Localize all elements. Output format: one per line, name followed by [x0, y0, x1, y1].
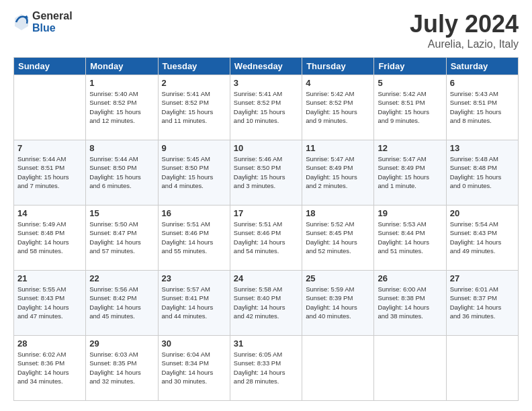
calendar-cell: 23Sunrise: 5:57 AM Sunset: 8:41 PM Dayli…	[158, 271, 230, 336]
day-number: 21	[17, 273, 82, 283]
day-number: 6	[450, 78, 515, 88]
weekday-header-friday: Friday	[374, 58, 446, 75]
day-number: 15	[89, 208, 154, 218]
calendar-cell: 14Sunrise: 5:49 AM Sunset: 8:48 PM Dayli…	[14, 205, 86, 271]
day-info: Sunrise: 5:59 AM Sunset: 8:39 PM Dayligh…	[306, 285, 370, 320]
calendar-cell	[446, 336, 518, 401]
day-info: Sunrise: 5:58 AM Sunset: 8:40 PM Dayligh…	[234, 285, 298, 320]
day-number: 30	[162, 338, 226, 349]
day-info: Sunrise: 5:40 AM Sunset: 8:52 PM Dayligh…	[89, 89, 154, 125]
calendar-cell: 7Sunrise: 5:44 AM Sunset: 8:51 PM Daylig…	[14, 140, 86, 205]
day-number: 4	[306, 78, 370, 88]
week-row-4: 21Sunrise: 5:55 AM Sunset: 8:43 PM Dayli…	[14, 271, 519, 336]
weekday-header-monday: Monday	[86, 58, 158, 75]
calendar-cell: 16Sunrise: 5:51 AM Sunset: 8:46 PM Dayli…	[158, 205, 230, 271]
calendar-cell: 27Sunrise: 6:01 AM Sunset: 8:37 PM Dayli…	[446, 271, 518, 336]
calendar-cell: 28Sunrise: 6:02 AM Sunset: 8:36 PM Dayli…	[14, 336, 86, 401]
calendar-cell: 17Sunrise: 5:51 AM Sunset: 8:46 PM Dayli…	[230, 205, 302, 271]
calendar-cell: 13Sunrise: 5:48 AM Sunset: 8:48 PM Dayli…	[446, 140, 518, 205]
day-info: Sunrise: 5:51 AM Sunset: 8:46 PM Dayligh…	[234, 220, 298, 255]
day-number: 1	[89, 78, 154, 88]
calendar-cell: 15Sunrise: 5:50 AM Sunset: 8:47 PM Dayli…	[86, 205, 158, 271]
calendar-cell: 8Sunrise: 5:44 AM Sunset: 8:50 PM Daylig…	[86, 140, 158, 205]
calendar-cell: 20Sunrise: 5:54 AM Sunset: 8:43 PM Dayli…	[446, 205, 518, 271]
day-info: Sunrise: 5:55 AM Sunset: 8:43 PM Dayligh…	[17, 285, 82, 320]
day-info: Sunrise: 5:41 AM Sunset: 8:52 PM Dayligh…	[162, 89, 226, 125]
day-info: Sunrise: 5:56 AM Sunset: 8:42 PM Dayligh…	[89, 285, 154, 320]
day-number: 23	[162, 273, 226, 283]
calendar-cell: 24Sunrise: 5:58 AM Sunset: 8:40 PM Dayli…	[230, 271, 302, 336]
day-info: Sunrise: 5:44 AM Sunset: 8:50 PM Dayligh…	[89, 154, 154, 190]
day-info: Sunrise: 5:51 AM Sunset: 8:46 PM Dayligh…	[162, 220, 226, 255]
calendar-cell: 4Sunrise: 5:42 AM Sunset: 8:52 PM Daylig…	[302, 75, 374, 140]
day-info: Sunrise: 5:48 AM Sunset: 8:48 PM Dayligh…	[450, 154, 515, 190]
day-number: 3	[234, 78, 298, 88]
logo-blue: Blue	[32, 22, 73, 34]
calendar-cell: 18Sunrise: 5:52 AM Sunset: 8:45 PM Dayli…	[302, 205, 374, 271]
day-info: Sunrise: 5:54 AM Sunset: 8:43 PM Dayligh…	[450, 220, 515, 255]
day-number: 2	[162, 78, 226, 88]
day-info: Sunrise: 5:41 AM Sunset: 8:52 PM Dayligh…	[234, 89, 298, 125]
page: General Blue July 2024 Aurelia, Lazio, I…	[0, 0, 532, 411]
week-row-1: 1Sunrise: 5:40 AM Sunset: 8:52 PM Daylig…	[14, 75, 519, 140]
day-number: 29	[89, 338, 154, 349]
calendar-cell: 26Sunrise: 6:00 AM Sunset: 8:38 PM Dayli…	[374, 271, 446, 336]
day-number: 31	[234, 338, 298, 349]
logo-general: General	[32, 10, 73, 22]
day-number: 18	[306, 208, 370, 218]
location-subtitle: Aurelia, Lazio, Italy	[410, 38, 519, 50]
weekday-header-wednesday: Wednesday	[230, 58, 302, 75]
calendar-cell	[374, 336, 446, 401]
day-info: Sunrise: 6:01 AM Sunset: 8:37 PM Dayligh…	[450, 285, 515, 320]
day-info: Sunrise: 6:03 AM Sunset: 8:35 PM Dayligh…	[89, 350, 154, 385]
day-info: Sunrise: 5:52 AM Sunset: 8:45 PM Dayligh…	[306, 220, 370, 255]
header: General Blue July 2024 Aurelia, Lazio, I…	[13, 10, 519, 50]
week-row-2: 7Sunrise: 5:44 AM Sunset: 8:51 PM Daylig…	[14, 140, 519, 205]
day-info: Sunrise: 5:47 AM Sunset: 8:49 PM Dayligh…	[306, 154, 370, 190]
weekday-header-saturday: Saturday	[446, 58, 518, 75]
day-number: 16	[162, 208, 226, 218]
calendar-cell: 1Sunrise: 5:40 AM Sunset: 8:52 PM Daylig…	[86, 75, 158, 140]
day-number: 20	[450, 208, 515, 218]
calendar-cell: 3Sunrise: 5:41 AM Sunset: 8:52 PM Daylig…	[230, 75, 302, 140]
weekday-header-tuesday: Tuesday	[158, 58, 230, 75]
calendar-cell: 9Sunrise: 5:45 AM Sunset: 8:50 PM Daylig…	[158, 140, 230, 205]
day-info: Sunrise: 5:49 AM Sunset: 8:48 PM Dayligh…	[17, 220, 82, 255]
day-info: Sunrise: 5:43 AM Sunset: 8:51 PM Dayligh…	[450, 89, 515, 125]
day-info: Sunrise: 5:53 AM Sunset: 8:44 PM Dayligh…	[378, 220, 442, 255]
day-number: 13	[450, 143, 515, 153]
calendar-cell: 22Sunrise: 5:56 AM Sunset: 8:42 PM Dayli…	[86, 271, 158, 336]
day-number: 8	[89, 143, 154, 153]
day-number: 10	[234, 143, 298, 153]
day-number: 9	[162, 143, 226, 153]
title-block: July 2024 Aurelia, Lazio, Italy	[410, 10, 519, 50]
logo-icon	[13, 13, 30, 32]
day-info: Sunrise: 5:42 AM Sunset: 8:52 PM Dayligh…	[306, 89, 370, 125]
day-info: Sunrise: 5:47 AM Sunset: 8:49 PM Dayligh…	[378, 154, 442, 190]
day-info: Sunrise: 5:50 AM Sunset: 8:47 PM Dayligh…	[89, 220, 154, 255]
day-number: 14	[17, 208, 82, 218]
day-info: Sunrise: 6:05 AM Sunset: 8:33 PM Dayligh…	[234, 350, 298, 385]
day-info: Sunrise: 5:42 AM Sunset: 8:51 PM Dayligh…	[378, 89, 442, 125]
calendar-cell: 2Sunrise: 5:41 AM Sunset: 8:52 PM Daylig…	[158, 75, 230, 140]
day-number: 11	[306, 143, 370, 153]
calendar-cell: 10Sunrise: 5:46 AM Sunset: 8:50 PM Dayli…	[230, 140, 302, 205]
calendar-cell: 6Sunrise: 5:43 AM Sunset: 8:51 PM Daylig…	[446, 75, 518, 140]
day-info: Sunrise: 6:02 AM Sunset: 8:36 PM Dayligh…	[17, 350, 82, 385]
calendar-cell: 29Sunrise: 6:03 AM Sunset: 8:35 PM Dayli…	[86, 336, 158, 401]
weekday-header-row: SundayMondayTuesdayWednesdayThursdayFrid…	[14, 58, 519, 75]
day-number: 12	[378, 143, 442, 153]
day-info: Sunrise: 6:04 AM Sunset: 8:34 PM Dayligh…	[162, 350, 226, 385]
day-number: 5	[378, 78, 442, 88]
logo-text: General Blue	[32, 10, 73, 34]
month-year-title: July 2024	[410, 10, 519, 38]
calendar-cell: 31Sunrise: 6:05 AM Sunset: 8:33 PM Dayli…	[230, 336, 302, 401]
calendar-cell: 12Sunrise: 5:47 AM Sunset: 8:49 PM Dayli…	[374, 140, 446, 205]
day-number: 26	[378, 273, 442, 283]
weekday-header-thursday: Thursday	[302, 58, 374, 75]
day-info: Sunrise: 5:45 AM Sunset: 8:50 PM Dayligh…	[162, 154, 226, 190]
calendar-table: SundayMondayTuesdayWednesdayThursdayFrid…	[13, 57, 519, 401]
day-number: 25	[306, 273, 370, 283]
calendar-cell: 21Sunrise: 5:55 AM Sunset: 8:43 PM Dayli…	[14, 271, 86, 336]
day-info: Sunrise: 6:00 AM Sunset: 8:38 PM Dayligh…	[378, 285, 442, 320]
